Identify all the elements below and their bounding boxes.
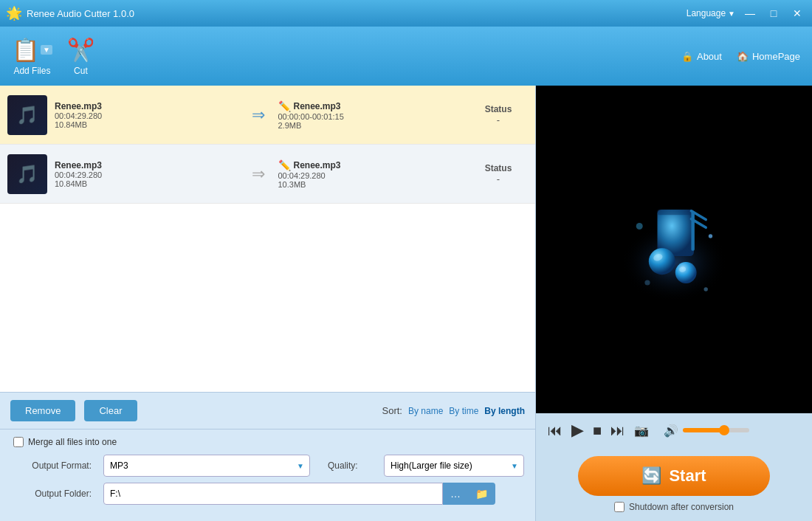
app-logo-icon: 🌟 [6,5,22,21]
volume-section: 🔊 [664,424,749,438]
main-area: 🎵 Renee.mp3 00:04:29.280 10.84MB ⇒ ✏️ Re… [0,86,812,521]
language-selector[interactable]: Language ▼ [687,8,735,18]
svg-point-3 [649,248,675,275]
toolbar-right: 🔒 About 🏠 HomePage [681,51,800,62]
status-badge: - [469,173,528,184]
close-button[interactable]: ✕ [788,4,806,22]
arrow-icon: ⇒ [246,106,271,125]
music-note-icon: 🎵 [16,105,38,125]
cut-label: Cut [74,66,88,76]
skip-back-button[interactable]: ⏮ [548,422,562,439]
format-select[interactable]: MP3 WAV AAC FLAC OGG [103,455,310,477]
minimize-button[interactable]: — [741,4,759,22]
file-info: Renee.mp3 00:04:29.280 10.84MB [55,101,238,129]
format-row: Output Format: MP3 WAV AAC FLAC OGG Qual… [10,455,525,477]
music-preview-graphic [608,183,740,316]
output-info: ✏️ Renee.mp3 00:00:00-00:01:15 2.9MB [278,100,462,130]
folder-row: Output Folder: … 📁 [10,483,525,505]
bottom-controls: Remove Clear Sort: By name By time By le… [0,392,535,429]
output-info: ✏️ Renee.mp3 00:04:29.280 10.3MB [278,159,462,189]
quality-select[interactable]: High(Larger file size) Medium Low(Smalle… [384,455,524,477]
sort-by-time-button[interactable]: By time [449,406,478,416]
svg-rect-7 [691,211,695,251]
about-label: About [697,51,722,62]
start-section: 🔄 Start Shutdown after conversion [536,447,812,521]
skip-forward-button[interactable]: ⏭ [610,422,625,439]
right-panel: ⏮ ▶ ■ ⏭ 📷 🔊 🔄 Start Shutdown after conve… [536,86,812,521]
homepage-label: HomePage [752,51,800,62]
file-size: 10.84MB [55,179,238,188]
shutdown-row: Shutdown after conversion [614,502,734,512]
format-select-wrapper: MP3 WAV AAC FLAC OGG [103,455,310,477]
titlebar-right: Language ▼ — □ ✕ [687,4,806,22]
shutdown-label: Shutdown after conversion [629,502,734,512]
start-label: Start [669,466,706,486]
home-icon: 🏠 [737,51,749,62]
file-duration: 00:04:29.280 [55,111,238,120]
file-name: Renee.mp3 [55,101,238,111]
quality-label: Quality: [328,460,372,471]
screenshot-button[interactable]: 📷 [634,424,649,438]
folder-input[interactable] [103,483,443,505]
file-thumbnail: 🎵 [7,95,47,135]
app-title: Renee Audio Cutter 1.0.0 [27,8,134,19]
play-button[interactable]: ▶ [571,421,584,440]
cut-button[interactable]: ✂️ Cut [67,37,94,76]
cut-icon: ✂️ [67,37,94,63]
stop-button[interactable]: ■ [593,422,602,439]
arrow-icon: ⇒ [246,165,271,184]
start-button[interactable]: 🔄 Start [578,456,770,496]
table-row[interactable]: 🎵 Renee.mp3 00:04:29.280 10.84MB ⇒ ✏️ Re… [0,86,535,145]
file-duration: 00:04:29.280 [55,170,238,179]
clear-button[interactable]: Clear [84,400,137,421]
toolbar-left: 📋 ▼ Add Files ✂️ Cut [12,37,94,76]
titlebar: 🌟 Renee Audio Cutter 1.0.0 Language ▼ — … [0,0,812,27]
file-info: Renee.mp3 00:04:29.280 10.84MB [55,160,238,188]
output-time: 00:04:29.280 [278,171,462,180]
about-link[interactable]: 🔒 About [681,51,722,62]
output-time: 00:00:00-00:01:15 [278,112,462,121]
svg-point-5 [675,262,697,283]
svg-point-13 [704,287,708,291]
edit-icon[interactable]: ✏️ [278,100,291,112]
player-controls: ⏮ ▶ ■ ⏭ 📷 🔊 [536,413,812,447]
sort-by-length-button[interactable]: By length [484,406,525,416]
quality-select-wrapper: High(Larger file size) Medium Low(Smalle… [384,455,524,477]
merge-checkbox[interactable] [13,437,24,447]
lock-icon: 🔒 [681,51,693,62]
output-size: 2.9MB [278,121,462,130]
volume-icon: 🔊 [664,424,678,438]
svg-point-10 [709,234,712,238]
sort-by-name-button[interactable]: By name [408,406,443,416]
status-label: Status [469,163,528,173]
folder-browse-button[interactable]: 📁 [468,483,495,505]
file-name: Renee.mp3 [55,160,238,170]
sort-label: Sort: [382,405,402,416]
file-thumbnail: 🎵 [7,154,47,194]
table-row[interactable]: 🎵 Renee.mp3 00:04:29.280 10.84MB ⇒ ✏️ Re… [0,145,535,204]
edit-icon[interactable]: ✏️ [278,159,291,171]
add-files-icon-wrap: 📋 ▼ [12,37,52,63]
status-label: Status [469,104,528,114]
volume-slider[interactable] [683,428,749,432]
sort-section: Sort: By name By time By length [382,405,525,416]
svg-point-11 [636,223,643,230]
folder-label: Output Folder: [10,489,92,499]
remove-button[interactable]: Remove [10,400,75,421]
homepage-link[interactable]: 🏠 HomePage [737,51,800,62]
player-buttons: ⏮ ▶ ■ ⏭ 📷 🔊 [548,421,800,440]
status-col: Status - [469,163,528,184]
start-refresh-icon: 🔄 [641,466,661,486]
file-list: 🎵 Renee.mp3 00:04:29.280 10.84MB ⇒ ✏️ Re… [0,86,535,392]
svg-rect-2 [658,210,695,215]
music-note-icon: 🎵 [16,164,38,184]
add-files-button[interactable]: 📋 ▼ Add Files [12,37,52,76]
shutdown-checkbox[interactable] [614,502,625,512]
status-badge: - [469,114,528,125]
format-label: Output Format: [10,460,92,471]
add-files-dropdown-icon[interactable]: ▼ [41,45,52,55]
toolbar: 📋 ▼ Add Files ✂️ Cut 🔒 About 🏠 HomePage [0,27,812,86]
folder-dots-button[interactable]: … [443,483,468,505]
maximize-button[interactable]: □ [765,4,782,22]
language-dropdown-icon: ▼ [728,10,735,18]
